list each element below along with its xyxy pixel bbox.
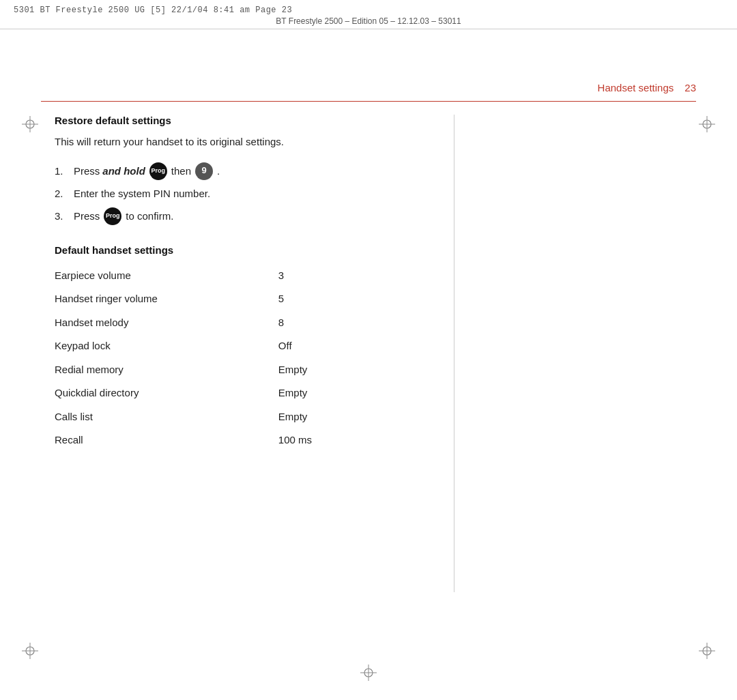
page-header: 5301 BT Freestyle 2500 UG [5] 22/1/04 8:… [0,0,737,29]
table-row: Recall100 ms [55,428,450,452]
step-2-number: 2. [55,186,68,202]
main-content: Restore default settings This will retur… [55,115,450,452]
crosshair-bottom-right [699,643,715,659]
right-column-divider [454,115,454,592]
step-2: 2. Enter the system PIN number. [55,186,450,202]
setting-label: Quickdial directory [55,381,278,405]
defaults-section: Default handset settings Earpiece volume… [55,244,450,452]
setting-value: Off [278,334,450,358]
setting-value: 8 [278,311,450,335]
step-3-text: Press Prog to confirm. [74,207,173,225]
step-2-text: Enter the system PIN number. [74,186,210,202]
setting-label: Keypad lock [55,334,278,358]
steps-list: 1. Press and hold Prog then 9. 2. Enter … [55,162,450,225]
section-divider [41,101,696,102]
restore-heading: Restore default settings [55,115,450,126]
setting-value: 5 [278,287,450,311]
step-3: 3. Press Prog to confirm. [55,207,450,225]
crosshair-top-right [699,116,715,132]
table-row: Handset melody8 [55,311,450,335]
step-3-suffix: to confirm. [126,208,173,224]
setting-value: Empty [278,405,450,429]
page-number: 23 [684,82,696,93]
step-1-text: Press and hold Prog then 9. [74,162,220,180]
table-row: Handset ringer volume5 [55,287,450,311]
step-3-number: 3. [55,208,68,224]
table-row: Earpiece volume3 [55,264,450,288]
restore-intro: This will return your handset to its ori… [55,134,450,150]
step-1-press: Press [74,163,100,179]
crosshair-bottom-center [360,665,377,681]
step-1-bold-italic: and hold [102,163,145,179]
setting-value: Empty [278,358,450,382]
nine-button-icon: 9 [195,162,213,180]
section-header: Handset settings 23 [598,82,696,93]
setting-value: 3 [278,264,450,288]
setting-label: Earpiece volume [55,264,278,288]
header-top-line: 5301 BT Freestyle 2500 UG [5] 22/1/04 8:… [14,5,723,15]
setting-value: Empty [278,381,450,405]
crosshair-bottom-left [22,643,38,659]
setting-label: Handset melody [55,311,278,335]
setting-label: Handset ringer volume [55,287,278,311]
setting-label: Redial memory [55,358,278,382]
defaults-table: Earpiece volume3Handset ringer volume5Ha… [55,264,450,452]
table-row: Calls listEmpty [55,405,450,429]
step-1: 1. Press and hold Prog then 9. [55,162,450,180]
setting-label: Calls list [55,405,278,429]
section-title: Handset settings [598,82,674,93]
step-3-press: Press [74,208,100,224]
table-row: Keypad lockOff [55,334,450,358]
setting-label: Recall [55,428,278,452]
setting-value: 100 ms [278,428,450,452]
step-1-number: 1. [55,163,68,179]
defaults-heading: Default handset settings [55,244,450,256]
prog-button-icon-1: Prog [149,162,167,180]
step-1-then: then [171,163,191,179]
prog-button-icon-2: Prog [104,207,121,225]
step-1-period: . [217,163,220,179]
header-subtitle: BT Freestyle 2500 – Edition 05 – 12.12.0… [14,16,723,26]
crosshair-top-left [22,116,38,132]
table-row: Quickdial directoryEmpty [55,381,450,405]
table-row: Redial memoryEmpty [55,358,450,382]
